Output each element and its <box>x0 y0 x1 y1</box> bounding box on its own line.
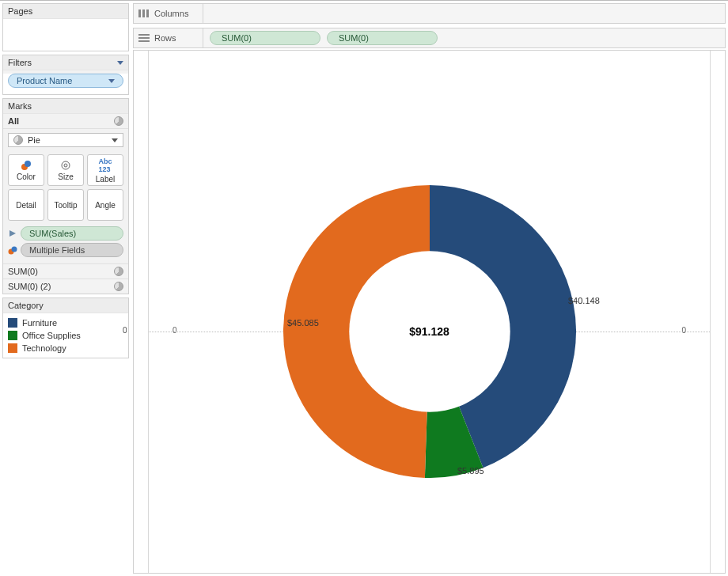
filter-pill-label: Product Name <box>17 76 72 85</box>
tooltip-button[interactable]: Tooltip <box>47 189 84 221</box>
marks-buttons: Color Size Abc123 Label Detail Tooltip A… <box>3 151 128 224</box>
legend-item-furniture[interactable]: Furniture <box>8 316 123 329</box>
angle-label: Angle <box>95 201 116 210</box>
dropdown-icon[interactable] <box>108 79 115 83</box>
header-zero-left: 0 <box>173 326 177 335</box>
pages-body[interactable] <box>3 19 128 51</box>
columns-shelf[interactable]: Columns <box>133 3 726 24</box>
category-legend-panel: Category Furniture Office Supplies Techn… <box>2 297 129 358</box>
shelves: Columns Rows SUM(0) SUM(0) <box>133 3 726 52</box>
filters-title: Filters <box>8 58 32 67</box>
color-button[interactable]: Color <box>8 154 44 186</box>
columns-text: Columns <box>154 9 188 18</box>
rows-shelf-label: Rows <box>134 28 203 47</box>
play-icon <box>8 229 17 238</box>
header-zero-right: 0 <box>681 326 686 335</box>
filters-body[interactable]: Product Name <box>3 74 128 94</box>
legend-label: Office Supplies <box>22 331 81 340</box>
label-label: Label <box>96 175 115 184</box>
mark-pill-multiple-row: Multiple Fields <box>8 243 123 261</box>
marks-header: Marks <box>3 99 128 114</box>
columns-shelf-label: Columns <box>134 4 203 23</box>
label-button[interactable]: Abc123 Label <box>87 154 123 186</box>
pill-sum-sales[interactable]: SUM(Sales) <box>21 226 123 241</box>
label-icon: Abc123 <box>98 157 112 173</box>
size-icon <box>60 160 71 171</box>
segment-label-office-supplies: $5.895 <box>457 466 484 476</box>
marktype-label: Pie <box>28 135 40 145</box>
sum0-2-row[interactable]: SUM(0) (2) <box>3 279 128 294</box>
sum0-row[interactable]: SUM(0) <box>3 263 128 279</box>
rows-text: Rows <box>154 33 176 43</box>
legend-item-technology[interactable]: Technology <box>8 342 123 354</box>
rows-icon <box>138 34 150 42</box>
rows-pill-sum0-2[interactable]: SUM(0) <box>327 31 438 45</box>
axis-zero-left: 0 <box>123 326 127 335</box>
donut-center-total: $91.128 <box>409 325 449 338</box>
filters-panel: Filters Product Name <box>2 55 129 95</box>
sum0-label: SUM(0) <box>8 267 38 276</box>
dropdown-icon[interactable] <box>117 61 123 65</box>
tooltip-label: Tooltip <box>55 201 78 210</box>
color-icon <box>21 160 32 171</box>
swatch-icon <box>8 331 17 340</box>
detail-button[interactable]: Detail <box>8 189 44 221</box>
pie-icon <box>114 282 123 291</box>
size-label: Size <box>58 172 73 181</box>
category-header: Category <box>3 298 128 313</box>
sum0-2-label: SUM(0) (2) <box>8 282 51 291</box>
marks-all-label: All <box>8 116 19 126</box>
filters-header: Filters <box>3 55 128 70</box>
pill-multiple-fields[interactable]: Multiple Fields <box>21 243 123 257</box>
viz-inner: 0 0 $91.128 $40.148 $5.895 $45.085 <box>148 51 711 573</box>
svg-point-6 <box>12 247 17 252</box>
swatch-icon <box>8 318 17 328</box>
legend-label: Furniture <box>22 318 57 328</box>
marktype-select[interactable]: Pie <box>8 133 123 147</box>
rows-pill-sum0-1[interactable]: SUM(0) <box>210 31 320 45</box>
color-label: Color <box>17 172 36 181</box>
svg-marker-4 <box>9 230 16 237</box>
pie-icon <box>114 116 123 126</box>
viz-area: 0 0 0 0 $91.128 $40.148 $5.895 $45.085 <box>133 50 726 574</box>
segment-label-technology: $45.085 <box>287 318 319 328</box>
columns-icon <box>138 9 150 17</box>
size-button[interactable]: Size <box>47 154 84 186</box>
color-icon <box>8 245 17 255</box>
rows-shelf[interactable]: Rows SUM(0) SUM(0) <box>133 28 726 48</box>
pie-icon <box>114 267 123 276</box>
segment-label-furniture: $40.148 <box>568 296 600 305</box>
chevron-down-icon <box>112 138 118 142</box>
marks-panel: Marks All Pie Color Size Abc123 Label <box>2 98 129 294</box>
marks-all[interactable]: All <box>3 114 128 129</box>
pie-icon <box>13 135 23 145</box>
svg-point-3 <box>64 164 67 167</box>
legend-item-office-supplies[interactable]: Office Supplies <box>8 329 123 342</box>
angle-button[interactable]: Angle <box>87 189 123 221</box>
sidebar: Pages Filters Product Name Marks All Pie <box>2 3 129 573</box>
swatch-icon <box>8 343 17 353</box>
mark-pill-sum-sales-row: SUM(Sales) <box>8 226 123 241</box>
legend-body: Furniture Office Supplies Technology <box>3 313 128 358</box>
svg-point-1 <box>25 161 31 167</box>
pages-panel: Pages <box>2 3 129 51</box>
svg-point-2 <box>62 161 70 169</box>
pages-header: Pages <box>3 4 128 19</box>
filter-pill-product-name[interactable]: Product Name <box>8 74 123 88</box>
detail-label: Detail <box>16 201 36 210</box>
legend-label: Technology <box>22 343 66 353</box>
